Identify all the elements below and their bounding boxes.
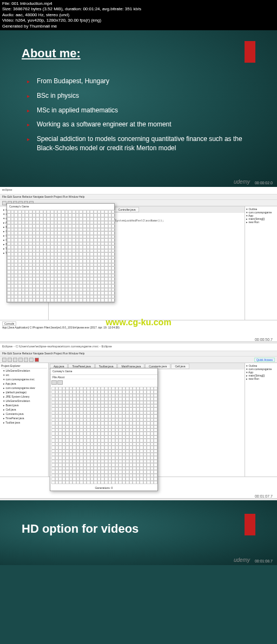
- outline-panel[interactable]: ▾ Outline ▾ com.conwaysgame ▾ App ▸ main…: [245, 206, 277, 320]
- debug-icon[interactable]: [18, 358, 23, 362]
- save-icon[interactable]: [8, 358, 12, 362]
- grid-cell[interactable]: [32, 298, 36, 302]
- new-icon[interactable]: [2, 358, 6, 362]
- tree-node[interactable]: ▸ Constants.java: [3, 412, 47, 416]
- popup-title[interactable]: Conway's Game: [7, 204, 114, 210]
- grid-cell[interactable]: [65, 298, 69, 302]
- slide-title: About me:: [22, 46, 255, 61]
- grid-cell[interactable]: [50, 298, 54, 302]
- editor-tab[interactable]: Controller.java: [115, 207, 140, 212]
- editor-tab[interactable]: Cell.java: [171, 364, 189, 369]
- tree-node[interactable]: ▾ src: [3, 373, 47, 377]
- bullet-list: From Budapest, Hungary BSc in physics MS…: [22, 77, 255, 153]
- bullet-item: Special addiction to models concerning q…: [27, 135, 255, 153]
- console-panel[interactable]: Console App [Java Application] C:\Progra…: [0, 320, 277, 341]
- conway-grid[interactable]: [7, 210, 115, 302]
- outline-panel[interactable]: ▾ Outline ▾ com.conwaysgame ▾ App ▸ main…: [245, 363, 277, 477]
- tree-node[interactable]: ▸ Toolbar.java: [3, 420, 47, 425]
- grid-cell[interactable]: [22, 298, 25, 302]
- grid-cell[interactable]: [36, 298, 39, 302]
- project-explorer-label: Project Explorer: [1, 364, 47, 368]
- tool-icon[interactable]: [24, 358, 28, 362]
- slide-title: HD option for videos: [22, 522, 255, 536]
- tree-node[interactable]: ▾ com.conwaysgame.mvc: [3, 377, 47, 381]
- conway-grid-window[interactable]: Conway's Game File About Generations: 0: [50, 368, 158, 491]
- grid-cell[interactable]: [43, 298, 47, 302]
- console-tab[interactable]: Console: [2, 321, 16, 326]
- grid-cell[interactable]: [101, 298, 104, 302]
- timestamp: 00:01:08.7: [255, 559, 273, 563]
- tree-node[interactable]: ▸ Cell.java: [3, 407, 47, 412]
- timestamp: 00:01:07.7: [255, 494, 273, 498]
- tree-node[interactable]: ▾ LifeGameSimulation: [3, 399, 47, 403]
- tree-node[interactable]: ▾ LifeGameSimulation: [3, 368, 47, 373]
- grid-cell[interactable]: [39, 298, 43, 302]
- red-accent-tab: [245, 41, 255, 63]
- grid-cell[interactable]: [68, 298, 72, 302]
- grid-cell[interactable]: [94, 298, 97, 302]
- meta-size: Size: 3686762 bytes (3.52 MiB), duration…: [2, 6, 275, 12]
- toolbar[interactable]: Quick Access: [0, 357, 277, 363]
- run-icon[interactable]: [13, 358, 17, 362]
- grid-cell[interactable]: [83, 298, 87, 302]
- udemy-logo: udemy: [234, 179, 250, 185]
- grid-cell[interactable]: [79, 298, 83, 302]
- play-icon[interactable]: [51, 380, 57, 385]
- video-metadata: File: 001 Introduction.mp4 Size: 3686762…: [0, 0, 277, 30]
- grid-cell[interactable]: [25, 298, 29, 302]
- tree-node[interactable]: ▸ com.conwaysgame.view: [3, 386, 47, 390]
- bullet-item: MSc in applied mathematics: [27, 106, 255, 115]
- window-titlebar[interactable]: Eclipse - C:\Users\user\eclipse-workspac…: [0, 344, 277, 351]
- grid-cell[interactable]: [72, 298, 76, 302]
- bullet-item: From Budapest, Hungary: [27, 77, 255, 86]
- grid-cell[interactable]: [87, 298, 90, 302]
- grid-cell[interactable]: [97, 298, 101, 302]
- conway-grid[interactable]: [51, 387, 157, 484]
- conway-grid-window[interactable]: Conway's Game: [6, 203, 115, 303]
- grid-cell[interactable]: [76, 298, 80, 302]
- grid-cell[interactable]: [104, 298, 108, 302]
- bullet-item: Working as a software engineer at the mo…: [27, 120, 255, 129]
- popup-footer: Generations: 0: [50, 485, 157, 491]
- grid-cell[interactable]: [108, 298, 112, 302]
- tree-node[interactable]: ▸ (default package): [3, 390, 47, 394]
- new-icon[interactable]: [2, 201, 6, 205]
- window-titlebar[interactable]: eclipse: [0, 187, 277, 194]
- tree-node[interactable]: ▸ App.java: [3, 381, 47, 386]
- bullet-item: BSc in physics: [27, 91, 255, 100]
- red-accent-tab: [245, 514, 255, 535]
- eclipse-ide-1: eclipse File Edit Source Refactor Naviga…: [0, 187, 277, 344]
- stop-icon[interactable]: [35, 358, 39, 362]
- popup-menu[interactable]: File About: [50, 375, 157, 379]
- grid-cell[interactable]: [154, 481, 157, 484]
- tree-node[interactable]: ▸ TimePanel.java: [3, 416, 47, 420]
- outline-node[interactable]: ▸ new Run: [246, 377, 276, 380]
- grid-cell[interactable]: [7, 298, 11, 302]
- menubar[interactable]: File Edit Source Refactor Navigate Searc…: [0, 351, 277, 357]
- tree-node[interactable]: ▸ Board.java: [3, 403, 47, 407]
- grid-cell[interactable]: [54, 298, 58, 302]
- quick-access[interactable]: Quick Access: [254, 358, 275, 362]
- grid-cell[interactable]: [14, 298, 18, 302]
- window-title: eclipse: [2, 188, 12, 193]
- tool-icon[interactable]: [29, 358, 34, 362]
- meta-video: Video: h264, yuv420p, 1280x720, 30.00 fp…: [2, 18, 275, 23]
- eclipse-ide-2: Eclipse - C:\Users\user\eclipse-workspac…: [0, 344, 277, 500]
- grid-cell[interactable]: [57, 298, 61, 302]
- tree-node[interactable]: ▸ JRE System Library: [3, 394, 47, 399]
- timestamp: 00:00:50.7: [255, 338, 273, 341]
- grid-cell[interactable]: [29, 298, 32, 302]
- console-output: App [Java Application] C:\Program Files\…: [2, 326, 275, 329]
- grid-cell[interactable]: [61, 298, 65, 302]
- pause-icon[interactable]: [57, 380, 63, 385]
- menubar[interactable]: File Edit Source Refactor Navigate Searc…: [0, 194, 277, 200]
- window-title: Eclipse - C:\Users\user\eclipse-workspac…: [2, 345, 112, 350]
- grid-cell[interactable]: [11, 298, 15, 302]
- grid-cell[interactable]: [47, 298, 50, 302]
- popup-title[interactable]: Conway's Game: [50, 368, 157, 375]
- project-explorer[interactable]: Project Explorer ▾ LifeGameSimulation ▾ …: [0, 363, 49, 477]
- grid-cell[interactable]: [111, 298, 115, 302]
- outline-node[interactable]: ▸ new Run: [246, 220, 276, 224]
- grid-cell[interactable]: [18, 298, 22, 302]
- grid-cell[interactable]: [90, 298, 94, 302]
